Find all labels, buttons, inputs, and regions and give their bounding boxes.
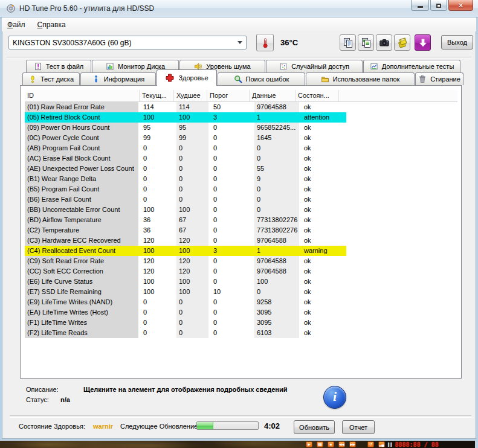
table-row[interactable]: (AE) Unexpected Power Loss Count 0 0 0 5… xyxy=(25,164,346,174)
update-button[interactable] xyxy=(415,34,431,51)
cell-status: ok xyxy=(302,102,344,112)
close-button[interactable]: ✕ xyxy=(448,0,473,11)
cell-threshold: 0 xyxy=(211,184,252,194)
cell-status: ok xyxy=(302,205,344,215)
cell-status: ok xyxy=(302,174,344,184)
cell-data: 0 xyxy=(254,143,299,153)
table-row[interactable]: (B6) Erase Fail Count 0 0 0 0 ok xyxy=(25,194,346,205)
minimize-button[interactable] xyxy=(411,0,429,11)
tab-row-primary: Тест диска Информация Здоровье Поиск оши… xyxy=(22,72,464,85)
table-row[interactable]: (F1) LifeTime Writes 0 0 0 3095 ok xyxy=(25,318,346,328)
refresh-button[interactable]: Обновить xyxy=(294,420,335,434)
cell-current: 0 xyxy=(141,307,174,318)
column-header-current[interactable]: Текущ... xyxy=(140,90,174,101)
table-row[interactable]: (CC) Soft ECC Correction 120 120 0 97064… xyxy=(25,266,346,277)
player-play-button[interactable]: ▶ xyxy=(306,441,312,447)
restore-button[interactable] xyxy=(430,0,447,11)
cell-id: (BB) Uncorrectable Error Count xyxy=(25,205,138,215)
cell-status: ok xyxy=(302,266,344,277)
copy-image-icon xyxy=(361,37,372,48)
table-row[interactable]: (E6) Life Curve Status 100 100 0 100 ok xyxy=(25,277,346,287)
copy-text-button[interactable] xyxy=(340,34,356,51)
table-row[interactable]: (09) Power On Hours Count 95 95 0 965852… xyxy=(25,123,346,133)
temperature-button[interactable] xyxy=(256,34,274,51)
table-row[interactable]: (B1) Wear Range Delta 0 0 0 9 ok xyxy=(25,174,346,184)
cell-data: 3095 xyxy=(254,307,299,318)
player-stop-button[interactable]: ■ xyxy=(328,441,334,447)
player-prev-button[interactable]: ◀◀ xyxy=(338,441,345,447)
tab-label: Стирание xyxy=(430,75,460,83)
cell-id: (AB) Program Fail Count xyxy=(25,143,138,153)
cell-worst: 67 xyxy=(176,215,208,225)
trash-icon xyxy=(418,75,427,83)
player-volume-button[interactable]: ▂▄▆ xyxy=(378,441,385,447)
tab-extra-tests[interactable]: Дополнительные тесты xyxy=(363,60,460,72)
tab-folder-usage[interactable]: Использование папок xyxy=(306,72,415,85)
tab-disk-test[interactable]: Тест диска xyxy=(22,72,80,85)
cell-current: 36 xyxy=(141,215,174,225)
table-row[interactable]: (AC) Erase Fail Block Count 0 0 0 0 ok xyxy=(25,153,346,164)
table-row[interactable]: (EA) LifeTime Writes (Host) 0 0 0 3095 o… xyxy=(25,307,346,318)
exit-button[interactable]: Выход xyxy=(441,35,473,50)
table-row[interactable]: (BD) Airflow Temperature 36 67 0 7731380… xyxy=(25,215,346,225)
camera-icon xyxy=(379,37,390,48)
cell-id: (AE) Unexpected Power Loss Count xyxy=(25,164,138,174)
table-row[interactable]: (C9) Soft Read Error Rate 120 120 0 9706… xyxy=(25,256,346,266)
cell-threshold: 0 xyxy=(211,225,252,235)
cell-status: ok xyxy=(302,318,344,328)
cell-id: (05) Retired Block Count xyxy=(25,112,138,123)
cell-id: (E9) LifeTime Writes (NAND) xyxy=(25,297,138,307)
column-header-worst[interactable]: Худшее xyxy=(174,90,207,101)
table-row[interactable]: (BB) Uncorrectable Error Count 100 100 0… xyxy=(25,205,346,215)
cell-id: (AC) Erase Fail Block Count xyxy=(25,153,138,164)
cell-status: ok xyxy=(302,328,344,338)
column-header-data[interactable]: Данные xyxy=(250,90,296,101)
status-bar: Состояние Здоровья: warnir Следующее Обн… xyxy=(2,418,476,435)
cell-id: (C4) Reallocated Event Count xyxy=(25,246,138,256)
table-row[interactable]: (C2) Temperature 36 67 0 77313802276 ok xyxy=(25,225,346,235)
table-row[interactable]: (AB) Program Fail Count 0 0 0 0 ok xyxy=(25,143,346,153)
tab-label: Тест в файл xyxy=(46,63,83,70)
table-row[interactable]: (05) Retired Block Count 100 100 3 1 att… xyxy=(25,112,346,123)
column-header-id[interactable]: ID xyxy=(25,90,140,101)
table-row[interactable]: (01) Raw Read Error Rate 114 114 50 9706… xyxy=(25,102,346,112)
titlebar[interactable]: HD Tune Pro 5.60 - утилита для HD/SSD ✕ xyxy=(0,0,478,18)
health-panel: ID Текущ... Худшее Порог Данные Состоян.… xyxy=(20,85,462,379)
copy-text-icon xyxy=(343,37,354,48)
player-repeat-button[interactable]: ↺ xyxy=(367,441,374,447)
tab-error-scan[interactable]: Поиск ошибок xyxy=(218,72,305,85)
column-header-threshold[interactable]: Порог xyxy=(207,90,250,101)
column-header-status[interactable]: Состоян... xyxy=(296,90,339,101)
cell-id: (B1) Wear Range Delta xyxy=(25,174,138,184)
cell-status: ok xyxy=(302,215,344,225)
drive-selector[interactable]: KINGSTON SV300S37A60G (60 gB) xyxy=(8,36,247,50)
cell-data: 0 xyxy=(254,194,299,205)
menu-file[interactable]: Файл xyxy=(7,21,25,29)
player-next-button[interactable]: ▶▶ xyxy=(349,441,356,447)
cell-worst: 67 xyxy=(176,225,208,235)
cell-worst: 0 xyxy=(176,164,208,174)
tab-information[interactable]: Информация xyxy=(80,72,156,85)
table-row[interactable]: (0C) Power Cycle Count 99 99 0 1645 ok xyxy=(25,133,346,143)
table-row[interactable]: (E7) SSD Life Remaining 100 100 10 0 ok xyxy=(25,287,346,297)
table-row[interactable]: (C3) Hardware ECC Recovered 120 120 0 97… xyxy=(25,235,346,246)
table-row[interactable]: (C4) Reallocated Event Count 100 100 3 1… xyxy=(25,246,346,256)
pause-indicator-icon: ▌▌ xyxy=(388,441,393,447)
screenshot-button[interactable] xyxy=(376,34,392,51)
table-row[interactable]: (E9) LifeTime Writes (NAND) 0 0 0 9258 o… xyxy=(25,297,346,307)
copy-image-button[interactable] xyxy=(358,34,374,51)
tab-erase[interactable]: Стирание xyxy=(415,72,463,85)
table-row[interactable]: (B5) Program Fail Count 0 0 0 0 ok xyxy=(25,184,346,194)
tab-test-to-file[interactable]: Тест в файл xyxy=(26,60,91,72)
menu-help[interactable]: Справка xyxy=(37,21,66,29)
player-pause-button[interactable]: ▮▮ xyxy=(317,441,323,447)
report-button[interactable]: Отчет xyxy=(342,420,375,434)
table-row[interactable]: (F2) LifeTime Reads 0 0 0 6103 ok xyxy=(25,328,346,338)
tab-random-access[interactable]: Случайный доступ xyxy=(266,60,363,72)
save-button[interactable] xyxy=(394,34,410,51)
hdtune-window: HD Tune Pro 5.60 - утилита для HD/SSD ✕ … xyxy=(0,0,478,441)
cell-data: 6103 xyxy=(254,328,299,338)
cell-status: ok xyxy=(302,143,344,153)
cell-threshold: 0 xyxy=(211,266,252,277)
tab-health[interactable]: Здоровье xyxy=(157,69,217,86)
